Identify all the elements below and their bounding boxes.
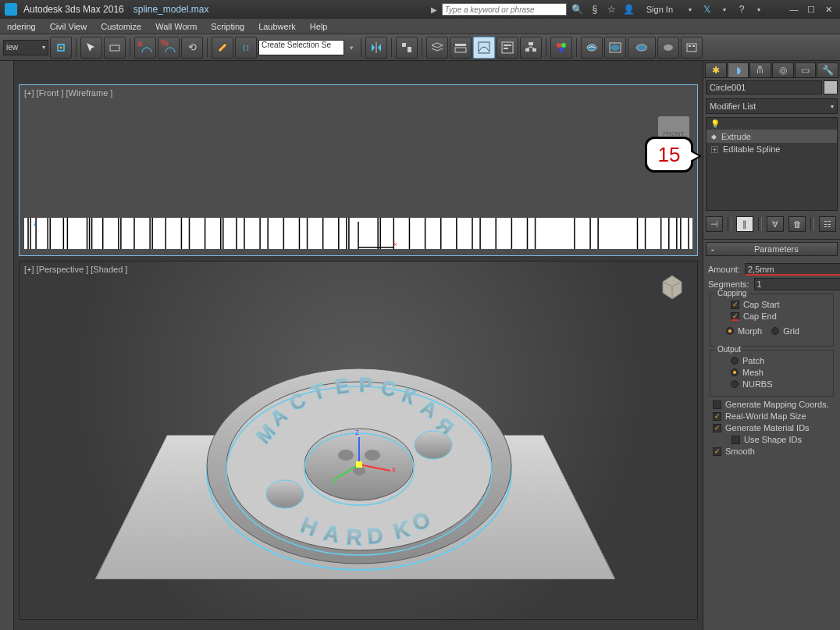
help-icon[interactable]: ? — [735, 3, 748, 16]
close-button[interactable]: ✕ — [820, 2, 837, 16]
render-setup-button[interactable] — [581, 37, 603, 59]
viewport-front[interactable]: [+] [Front ] [Wireframe ] FRONT z x — [19, 84, 698, 256]
app-icon — [5, 3, 17, 16]
render-production-button[interactable] — [628, 37, 656, 59]
nurbs-radio[interactable]: NURBS — [715, 379, 828, 389]
svg-point-16 — [561, 43, 566, 48]
use-shape-ids-checkbox[interactable]: Use Shape IDs — [708, 435, 835, 444]
toggle-icon[interactable]: ◆ — [711, 133, 717, 141]
svg-rect-7 — [455, 48, 466, 52]
infocenter-search-input[interactable] — [442, 3, 567, 16]
snap-angle-button[interactable]: a — [134, 37, 156, 59]
curve-editor-button[interactable] — [473, 37, 495, 59]
menu-rendering[interactable]: ndering — [0, 22, 43, 31]
generate-mapping-checkbox[interactable]: Generate Mapping Coords. — [708, 400, 835, 409]
make-unique-button[interactable]: ∀ — [767, 216, 784, 232]
menu-help[interactable]: Help — [303, 22, 335, 31]
viewport-perspective-label[interactable]: [+] [Perspective ] [Shaded ] — [24, 265, 127, 274]
exchange-icon[interactable]: 𝕏 — [701, 3, 714, 16]
modifier-list-dropdown[interactable]: Modifier List▾ — [706, 98, 838, 114]
tab-display[interactable]: ▭ — [795, 62, 817, 78]
viewport-front-label[interactable]: [+] [Front ] [Wireframe ] — [24, 88, 112, 98]
svg-text:x: x — [392, 465, 396, 474]
menu-wall-worm[interactable]: Wall Worm — [148, 22, 204, 31]
mirror-button[interactable] — [365, 37, 387, 59]
render-in-cloud-button[interactable] — [681, 37, 703, 59]
svg-rect-14 — [532, 48, 536, 52]
tab-motion[interactable]: ◎ — [772, 62, 794, 78]
snap-percent-button[interactable]: % — [158, 37, 180, 59]
toggle-ribbon-button[interactable] — [450, 37, 472, 59]
menu-civil-view[interactable]: Civil View — [43, 22, 94, 31]
user-icon[interactable]: 👤 — [623, 3, 635, 16]
render-iterative-button[interactable] — [657, 37, 679, 59]
segments-label: Segments: — [708, 279, 754, 289]
named-selection-dropdown[interactable]: Create Selection Se — [258, 40, 344, 55]
infocenter-toggle-icon[interactable]: ▶ — [431, 5, 437, 14]
annotation-callout-15: 15 — [645, 137, 693, 173]
reference-coord-dropdown[interactable]: iew▾ — [3, 40, 48, 55]
svg-rect-5 — [408, 47, 411, 52]
app-title: Autodesk 3ds Max 2016 — [23, 4, 124, 15]
generate-material-checkbox[interactable]: ✓Generate Material IDs — [708, 423, 835, 432]
mesh-radio[interactable]: Mesh — [715, 368, 828, 377]
amount-input[interactable] — [745, 263, 840, 276]
expand-icon[interactable]: + — [711, 146, 718, 153]
dope-sheet-button[interactable] — [497, 37, 518, 59]
smooth-checkbox[interactable]: ✓Smooth — [708, 447, 835, 456]
remove-modifier-button[interactable]: 🗑 — [788, 216, 806, 232]
object-color-swatch[interactable] — [824, 80, 838, 94]
viewport-perspective[interactable]: [+] [Perspective ] [Shaded ] — [19, 261, 698, 620]
segments-input[interactable] — [754, 278, 840, 290]
svg-rect-13 — [525, 48, 529, 52]
render-frame-button[interactable] — [604, 37, 626, 59]
align-button[interactable] — [396, 37, 418, 59]
parameters-rollout-header[interactable]: - Parameters — [706, 242, 838, 256]
select-manipulate-button[interactable] — [80, 37, 102, 59]
snap-spinner-button[interactable]: ⟲ — [181, 37, 203, 59]
material-editor-button[interactable] — [550, 37, 572, 59]
tab-hierarchy[interactable]: ⫚ — [749, 62, 771, 78]
schematic-view-button[interactable] — [520, 37, 542, 59]
modifier-stack[interactable]: 💡 ◆ Extrude + Editable Spline — [706, 117, 838, 211]
svg-text:Р: Р — [359, 373, 372, 397]
configure-sets-button[interactable]: ☷ — [819, 216, 836, 232]
object-name-input[interactable] — [706, 80, 822, 94]
minimize-button[interactable]: — — [785, 2, 803, 16]
front-view-geometry: z x — [24, 218, 692, 249]
morph-radio[interactable]: Morph — [726, 326, 762, 336]
svg-text:x: x — [393, 240, 397, 247]
pivot-center-button[interactable] — [50, 37, 72, 59]
grid-radio[interactable]: Grid — [771, 326, 799, 336]
main-toolbar: iew▾ a % ⟲ { } Create Selection Se ▾ — [0, 34, 840, 61]
menu-customize[interactable]: Customize — [94, 22, 148, 31]
patch-radio[interactable]: Patch — [715, 356, 828, 365]
subscription-icon[interactable]: § — [589, 3, 601, 16]
named-selection-abc-button[interactable]: { } — [235, 37, 257, 59]
sign-in-dropdown-icon[interactable]: ▾ — [684, 3, 696, 16]
svg-rect-120 — [356, 461, 362, 468]
sign-in-link[interactable]: Sign In — [646, 5, 673, 14]
cap-start-checkbox[interactable]: ✓Cap Start — [715, 300, 828, 309]
tab-utilities[interactable]: 🔧 — [817, 62, 838, 78]
help-dropdown-icon[interactable]: ▾ — [753, 3, 765, 16]
cap-end-checkbox[interactable]: ✓Cap End — [715, 311, 828, 321]
layer-manager-button[interactable] — [426, 37, 448, 59]
exchange-dropdown-icon[interactable]: ▾ — [718, 3, 731, 16]
favorites-icon[interactable]: ☆ — [606, 3, 618, 16]
menu-laubwerk[interactable]: Laubwerk — [251, 22, 303, 31]
pin-stack-button[interactable]: ⊣ — [706, 216, 723, 232]
tab-modify[interactable]: ◗ — [728, 62, 749, 78]
show-end-result-button[interactable]: ∥ — [736, 216, 753, 232]
viewcube-perspective[interactable] — [658, 272, 686, 301]
search-icon[interactable]: 🔍 — [571, 3, 584, 16]
named-selection-edit-button[interactable] — [212, 37, 233, 59]
maximize-button[interactable]: ☐ — [803, 2, 820, 16]
modifier-extrude[interactable]: ◆ Extrude — [707, 130, 837, 143]
tab-create[interactable]: ✱ — [705, 62, 727, 78]
real-world-checkbox[interactable]: ✓Real-World Map Size — [708, 411, 835, 421]
utilities-icon: 🔧 — [822, 65, 834, 76]
keyboard-shortcut-button[interactable] — [104, 37, 126, 59]
modifier-editable-spline[interactable]: + Editable Spline — [707, 143, 837, 155]
menu-scripting[interactable]: Scripting — [204, 22, 251, 31]
